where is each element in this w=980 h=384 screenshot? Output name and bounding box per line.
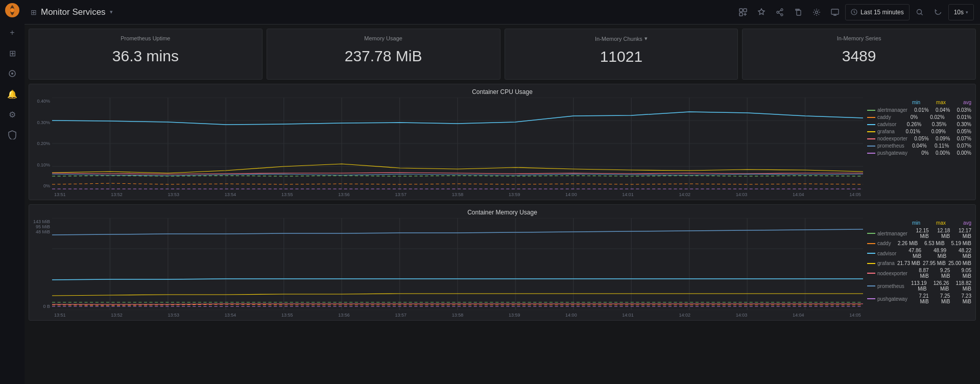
time-range-picker[interactable]: Last 15 minutes bbox=[845, 4, 910, 20]
memory-legend-header: min max avg bbox=[867, 220, 971, 226]
share-button[interactable] bbox=[772, 4, 788, 20]
memory-usage-panel: Memory Usage 237.78 MiB bbox=[267, 29, 500, 80]
in-memory-series-value: 3489 bbox=[751, 47, 967, 65]
alerting-icon[interactable]: 🔔 bbox=[3, 85, 21, 103]
sidebar: + ⊞ 🔔 ⚙ bbox=[0, 0, 25, 384]
in-memory-chunks-value: 11021 bbox=[513, 48, 730, 65]
in-memory-series-title: In-Memory Series bbox=[751, 35, 967, 41]
memory-legend: min max avg alertmanager 12.15 MiB 12.18… bbox=[863, 218, 975, 320]
settings-button[interactable] bbox=[808, 4, 825, 20]
star-button[interactable] bbox=[753, 4, 770, 20]
in-memory-chunks-panel: In-Memory Chunks ▾ 11021 bbox=[505, 29, 738, 80]
monitor-button[interactable] bbox=[827, 4, 843, 20]
refresh-button[interactable] bbox=[930, 4, 946, 20]
legend-caddy-cpu: caddy 0% 0.02% 0.01% bbox=[867, 114, 971, 120]
svg-rect-12 bbox=[831, 9, 839, 14]
add-panel-button[interactable] bbox=[735, 4, 751, 20]
uptime-panel: Prometheus Uptime 36.3 mins bbox=[29, 29, 262, 80]
memory-svg bbox=[52, 218, 863, 310]
legend-grafana-cpu: grafana 0.01% 0.09% 0.05% bbox=[867, 129, 971, 134]
svg-point-9 bbox=[777, 11, 779, 13]
memory-usage-title: Memory Usage bbox=[275, 35, 492, 41]
cpu-legend-header: min max avg bbox=[867, 100, 971, 105]
legend-alertmanager-cpu: alertmanager 0.01% 0.04% 0.03% bbox=[867, 107, 971, 113]
settings-icon[interactable]: ⚙ bbox=[3, 105, 21, 124]
time-range-label: Last 15 minutes bbox=[861, 9, 904, 16]
svg-rect-6 bbox=[739, 13, 743, 16]
svg-point-1 bbox=[10, 8, 14, 12]
in-memory-series-panel: In-Memory Series 3489 bbox=[742, 29, 976, 80]
legend-prometheus-mem: prometheus 113.19 MiB 126.26 MiB 118.82 … bbox=[867, 280, 971, 292]
legend-cadvisor-cpu: cadvisor 0.26% 0.35% 0.30% bbox=[867, 122, 971, 127]
legend-caddy-mem: caddy 2.26 MiB 6.53 MiB 5.19 MiB bbox=[867, 241, 971, 246]
topbar: ⊞ Monitor Services ▾ Last 15 minutes bbox=[25, 0, 980, 25]
legend-grafana-mem: grafana 21.73 MiB 27.95 MiB 25.00 MiB bbox=[867, 260, 971, 266]
svg-point-11 bbox=[815, 11, 818, 13]
refresh-dropdown-icon: ▾ bbox=[966, 10, 968, 15]
legend-cadvisor-mem: cadvisor 47.86 MiB 48.99 MiB 48.22 MiB bbox=[867, 248, 971, 259]
refresh-interval-label: 10s bbox=[954, 9, 964, 16]
memory-chart-title: Container Memory Usage bbox=[29, 209, 975, 216]
dashboard-title: ⊞ Monitor Services ▾ bbox=[31, 7, 113, 17]
in-memory-chunks-title: In-Memory Chunks ▾ bbox=[513, 35, 730, 42]
cpu-chart-panel: Container CPU Usage 0.40% 0.30% 0.20% 0.… bbox=[29, 84, 976, 200]
cpu-y-axis: 0.40% 0.30% 0.20% 0.10% 0% bbox=[29, 98, 52, 189]
memory-usage-value: 237.78 MiB bbox=[275, 47, 492, 65]
cpu-chart-plot bbox=[52, 98, 863, 189]
stat-panels-row: Prometheus Uptime 36.3 mins Memory Usage… bbox=[29, 29, 976, 80]
svg-point-7 bbox=[781, 9, 783, 11]
legend-alertmanager-mem: alertmanager 12.15 MiB 12.18 MiB 12.17 M… bbox=[867, 228, 971, 239]
title-dropdown-icon[interactable]: ▾ bbox=[110, 9, 113, 15]
legend-pushgateway-cpu: pushgateway 0% 0.00% 0.00% bbox=[867, 150, 971, 156]
app-logo[interactable] bbox=[4, 2, 20, 18]
cpu-chart-area: 0.40% 0.30% 0.20% 0.10% 0% bbox=[29, 98, 863, 200]
title-text: Monitor Services bbox=[41, 7, 106, 17]
refresh-interval[interactable]: 10s ▾ bbox=[948, 4, 974, 20]
svg-point-8 bbox=[781, 14, 783, 16]
memory-chart-panel: Container Memory Usage 143 MiB 95 MiB 48… bbox=[29, 204, 976, 321]
shield-icon[interactable] bbox=[3, 126, 21, 144]
legend-nodeexporter-mem: nodeexporter 8.87 MiB 9.25 MiB 9.05 MiB bbox=[867, 268, 971, 279]
chunks-dropdown-icon[interactable]: ▾ bbox=[644, 35, 648, 42]
svg-rect-4 bbox=[739, 9, 743, 12]
memory-chart-container: 143 MiB 95 MiB 48 MiB 0 B bbox=[29, 218, 975, 320]
svg-rect-10 bbox=[797, 10, 801, 15]
memory-x-axis: 13:51 13:52 13:53 13:54 13:55 13:56 13:5… bbox=[52, 310, 863, 320]
topbar-actions: Last 15 minutes 10s ▾ bbox=[735, 4, 974, 20]
grid-icon: ⊞ bbox=[31, 8, 37, 16]
legend-nodeexporter-cpu: nodeexporter 0.05% 0.09% 0.07% bbox=[867, 136, 971, 141]
cpu-chart-container: 0.40% 0.30% 0.20% 0.10% 0% bbox=[29, 98, 975, 200]
copy-button[interactable] bbox=[790, 4, 806, 20]
svg-rect-5 bbox=[744, 9, 747, 12]
svg-point-3 bbox=[11, 73, 13, 75]
memory-chart-plot bbox=[52, 218, 863, 310]
cpu-chart-title: Container CPU Usage bbox=[29, 88, 975, 95]
main-content: Prometheus Uptime 36.3 mins Memory Usage… bbox=[25, 25, 980, 384]
uptime-title: Prometheus Uptime bbox=[37, 35, 254, 41]
cpu-legend: min max avg alertmanager 0.01% 0.04% 0.0… bbox=[863, 98, 975, 200]
legend-pushgateway-mem: pushgateway 7.21 MiB 7.25 MiB 7.23 MiB bbox=[867, 293, 971, 304]
memory-chart-area: 143 MiB 95 MiB 48 MiB 0 B bbox=[29, 218, 863, 320]
uptime-value: 36.3 mins bbox=[37, 47, 254, 65]
dashboards-icon[interactable]: ⊞ bbox=[3, 44, 21, 62]
memory-y-axis: 143 MiB 95 MiB 48 MiB 0 B bbox=[29, 218, 52, 310]
svg-point-14 bbox=[917, 9, 921, 14]
cpu-svg bbox=[52, 98, 863, 189]
cpu-x-axis: 13:51 13:52 13:53 13:54 13:55 13:56 13:5… bbox=[52, 189, 863, 200]
explore-icon[interactable] bbox=[3, 64, 21, 83]
plus-icon[interactable]: + bbox=[3, 23, 21, 42]
search-button[interactable] bbox=[912, 4, 928, 20]
legend-prometheus-cpu: prometheus 0.04% 0.11% 0.07% bbox=[867, 143, 971, 149]
